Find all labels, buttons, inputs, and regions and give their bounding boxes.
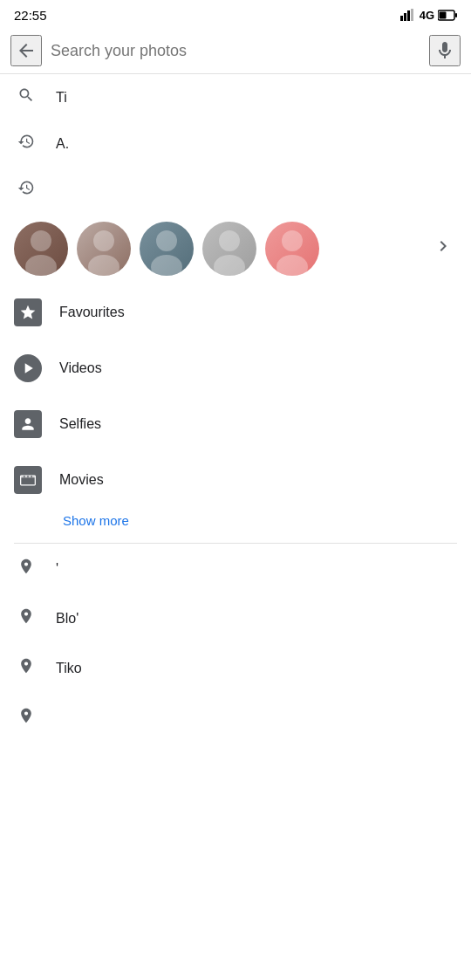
see-all-people-arrow[interactable] — [429, 232, 457, 265]
location-row-4[interactable] — [0, 693, 471, 743]
status-icons: 4G — [400, 9, 457, 22]
avatar-2[interactable] — [77, 222, 131, 276]
back-button[interactable] — [10, 35, 42, 66]
favourites-label: Favourites — [59, 305, 125, 320]
people-avatars — [14, 222, 419, 276]
voice-search-button[interactable] — [429, 35, 461, 66]
avatar-3[interactable] — [140, 222, 194, 276]
svg-point-7 — [31, 230, 51, 251]
svg-rect-3 — [411, 9, 413, 21]
movies-icon — [14, 466, 42, 494]
svg-rect-6 — [440, 11, 447, 18]
svg-rect-0 — [400, 16, 403, 21]
svg-point-8 — [25, 255, 57, 276]
svg-point-14 — [214, 255, 245, 276]
suggestion-row-3[interactable] — [0, 167, 471, 213]
location-pin-icon-1 — [14, 558, 38, 579]
svg-point-13 — [219, 230, 240, 251]
movies-row[interactable]: Movies — [0, 452, 471, 508]
location-row-2[interactable]: Blo' — [0, 593, 471, 643]
videos-icon — [14, 354, 42, 382]
search-input[interactable] — [51, 42, 420, 60]
svg-rect-2 — [407, 10, 410, 21]
selfies-row[interactable]: Selfies — [0, 396, 471, 452]
search-icon-1 — [14, 86, 38, 108]
status-bar: 22:55 4G — [0, 0, 471, 28]
svg-point-9 — [93, 230, 114, 251]
network-type: 4G — [420, 9, 434, 22]
suggestion-row-2[interactable]: A. — [0, 120, 471, 167]
history-icon-1 — [14, 133, 38, 154]
svg-rect-1 — [404, 13, 406, 21]
history-icon-2 — [14, 179, 38, 201]
location-row-1[interactable]: ' — [0, 544, 471, 593]
signal-icon — [400, 9, 416, 21]
battery-icon — [438, 10, 457, 21]
search-input-wrapper — [51, 42, 420, 60]
svg-point-15 — [282, 230, 303, 251]
favourites-icon — [14, 298, 42, 326]
videos-row[interactable]: Videos — [0, 340, 471, 396]
videos-label: Videos — [59, 360, 102, 376]
selfies-label: Selfies — [59, 416, 101, 432]
svg-rect-5 — [455, 13, 457, 17]
status-time: 22:55 — [14, 8, 47, 23]
svg-point-11 — [156, 230, 177, 251]
favourites-row[interactable]: Favourites — [0, 284, 471, 340]
suggestion-text-2: A. — [56, 136, 69, 152]
location-pin-icon-4 — [14, 707, 38, 729]
show-more-row: Show more — [0, 508, 471, 543]
location-text-3: Tiko — [56, 661, 82, 676]
location-text-1: ' — [56, 561, 58, 577]
svg-point-12 — [151, 255, 182, 276]
svg-point-10 — [88, 255, 119, 276]
suggestion-row-1[interactable]: Ti — [0, 74, 471, 120]
search-bar — [0, 28, 471, 74]
people-row — [0, 213, 471, 284]
location-pin-icon-2 — [14, 607, 38, 629]
avatar-1[interactable] — [14, 222, 68, 276]
location-pin-icon-3 — [14, 657, 38, 679]
selfies-icon — [14, 410, 42, 438]
movies-label: Movies — [59, 472, 104, 488]
avatar-5[interactable] — [265, 222, 319, 276]
show-more-button[interactable]: Show more — [63, 513, 129, 528]
svg-point-16 — [276, 255, 308, 276]
suggestion-text-1: Ti — [56, 90, 67, 106]
location-text-2: Blo' — [56, 611, 78, 627]
location-row-3[interactable]: Tiko — [0, 643, 471, 693]
avatar-4[interactable] — [202, 222, 256, 276]
